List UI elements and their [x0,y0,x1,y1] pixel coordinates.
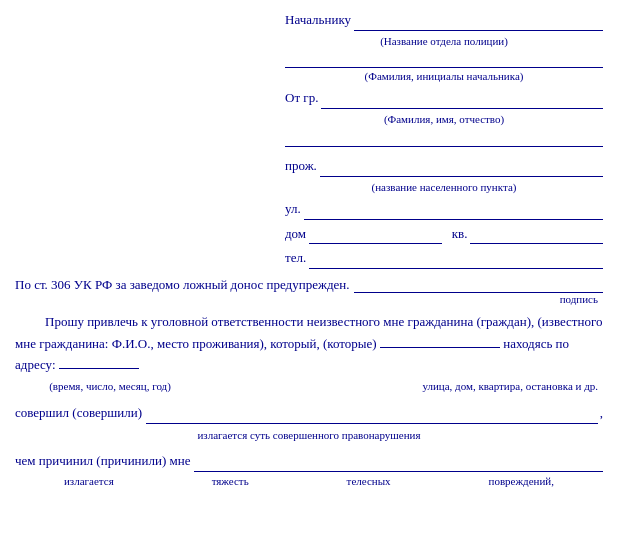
address-inline-field [59,368,139,369]
phone-row: тел. [285,248,603,269]
chief-hint: (Фамилия, инициалы начальника) [285,68,603,86]
from-label: От гр. [285,88,318,109]
committed-comma: , [600,402,603,424]
address-hint-text: улица, дом, квартира, остановка и др. [422,380,598,392]
main-paragraph: Прошу привлечь к уголовной ответственнос… [15,311,603,375]
warning-text: По ст. 306 УК РФ за заведомо ложный доно… [15,277,350,293]
committed-hint: излагается суть совершенного правонаруше… [197,429,420,441]
committed-label: совершил (совершили) [15,402,142,424]
apt-label: кв. [452,224,468,245]
caused-hint-3: телесных [347,472,391,491]
caused-hint-4: повреждений, [489,472,554,491]
time-hint: (время, число, месяц, год) [45,375,175,397]
house-label: дом [285,224,306,245]
street-field [304,204,603,220]
address-hint: улица, дом, квартира, остановка и др. [175,375,603,397]
place-hint: (название населенного пункта) [285,179,603,197]
caused-row: чем причинил (причинили) мне [15,450,603,472]
committed-row: совершил (совершили) , [15,402,603,424]
live-field [320,161,603,177]
live-label: прож. [285,156,317,177]
hints-row: (время, число, месяц, год) улица, дом, к… [15,375,603,397]
warning-row: По ст. 306 УК РФ за заведомо ложный доно… [15,277,603,293]
to-label: Начальнику [285,10,351,31]
committed-field [146,408,598,424]
from-field [321,93,603,109]
to-field [354,15,603,31]
live-row: прож. [285,156,603,177]
caused-hints-row: излагается тяжесть телесных повреждений, [15,472,603,491]
apt-field [470,228,603,244]
caused-hint-2: тяжесть [212,472,249,491]
from-row: От гр. [285,88,603,109]
caused-label: чем причинил (причинили) мне [15,450,190,472]
warning-field [354,277,603,293]
header-block: Начальнику (Название отдела полиции) (Фа… [285,10,603,269]
street-row: ул. [285,199,603,220]
phone-field [309,253,603,269]
house-field [309,228,442,244]
signature-label: подпись [560,293,598,305]
extra-field [285,131,603,147]
dept-hint: (Название отдела полиции) [285,33,603,51]
signature-row: подпись [15,293,603,305]
caused-hint-1: излагается [64,472,114,491]
phone-label: тел. [285,248,306,269]
to-row: Начальнику [285,10,603,31]
caused-field [194,456,603,472]
time-hint-text: (время, число, месяц, год) [49,380,171,392]
chief-field [285,52,603,68]
committed-hint-row: излагается суть совершенного правонаруше… [15,424,603,446]
time-field [380,347,500,348]
house-row: дом кв. [285,224,603,245]
body-section: Прошу привлечь к уголовной ответственнос… [15,311,603,490]
street-label: ул. [285,199,301,220]
document-page: Начальнику (Название отдела полиции) (Фа… [0,0,618,537]
name-hint: (Фамилия, имя, отчество) [285,111,603,129]
